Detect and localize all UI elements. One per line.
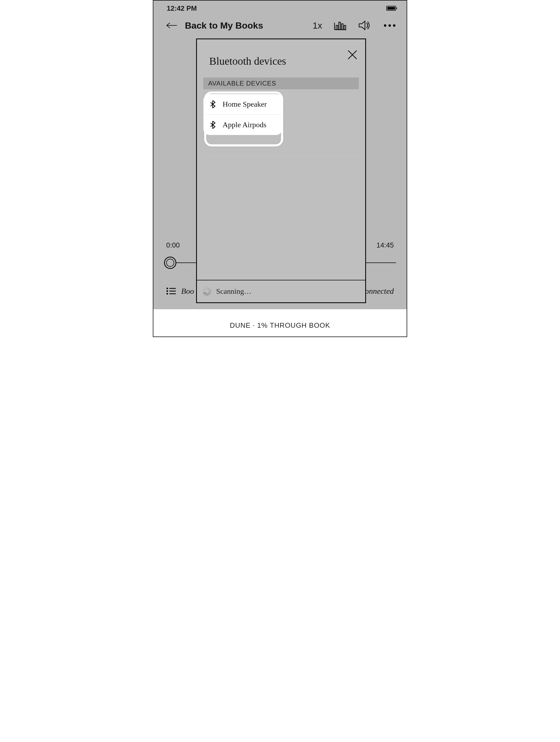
- screen: 12:42 PM Back to My Books 1x: [153, 0, 407, 337]
- svg-rect-3: [336, 25, 338, 30]
- status-bar: 12:42 PM: [153, 1, 407, 13]
- svg-rect-5: [341, 24, 343, 30]
- device-row-home-speaker[interactable]: Home Speaker: [203, 94, 282, 114]
- status-time: 12:42 PM: [167, 4, 197, 12]
- book-title: DUNE: [230, 321, 250, 329]
- svg-rect-4: [339, 22, 340, 30]
- svg-point-10: [166, 290, 168, 292]
- book-percent: 1% THROUGH BOOK: [257, 321, 330, 329]
- playback-speed-button[interactable]: 1x: [313, 20, 322, 31]
- device-name: Home Speaker: [223, 100, 267, 109]
- toc-icon[interactable]: [166, 287, 176, 295]
- device-divider: [203, 156, 360, 156]
- top-nav: Back to My Books 1x: [153, 13, 407, 38]
- battery-fill: [387, 7, 395, 10]
- bluetooth-icon: [210, 121, 216, 129]
- device-row-airpods[interactable]: Apple Airpods: [203, 115, 282, 135]
- available-devices-header: AVAILABLE DEVICES: [203, 77, 359, 89]
- svg-marker-7: [359, 21, 365, 30]
- bluetooth-modal: Bluetooth devices AVAILABLE DEVICES: [196, 39, 366, 303]
- chapter-label-partial-right: onnected: [365, 286, 394, 296]
- device-highlight-well: Home Speaker Apple Airpods: [203, 94, 282, 135]
- bluetooth-icon: [210, 100, 216, 108]
- close-icon[interactable]: [348, 50, 357, 60]
- chapter-label-partial-left: Boo: [181, 286, 194, 296]
- svg-point-12: [166, 293, 168, 295]
- back-title[interactable]: Back to My Books: [185, 20, 305, 31]
- device-name: Apple Airpods: [223, 120, 266, 129]
- svg-rect-6: [344, 25, 346, 30]
- elapsed-time: 0:00: [166, 241, 180, 249]
- modal-header: Bluetooth devices: [197, 39, 365, 73]
- more-menu-button[interactable]: [383, 20, 396, 31]
- scrubber-knob[interactable]: [164, 257, 176, 269]
- back-arrow-icon[interactable]: [166, 22, 177, 29]
- battery-icon: [386, 6, 396, 11]
- modal-footer: Scanning…: [197, 280, 365, 302]
- book-progress-line: DUNE · 1% THROUGH BOOK: [153, 321, 407, 329]
- volume-icon[interactable]: [358, 20, 371, 31]
- device-list: Home Speaker Apple Airpods: [203, 94, 359, 135]
- equalizer-icon[interactable]: [334, 20, 347, 31]
- spinner-icon: [202, 287, 211, 296]
- modal-title: Bluetooth devices: [209, 55, 348, 67]
- scanning-status: Scanning…: [216, 287, 251, 296]
- remaining-time: 14:45: [377, 241, 394, 249]
- nav-icons: 1x: [313, 20, 396, 31]
- svg-point-8: [166, 287, 168, 289]
